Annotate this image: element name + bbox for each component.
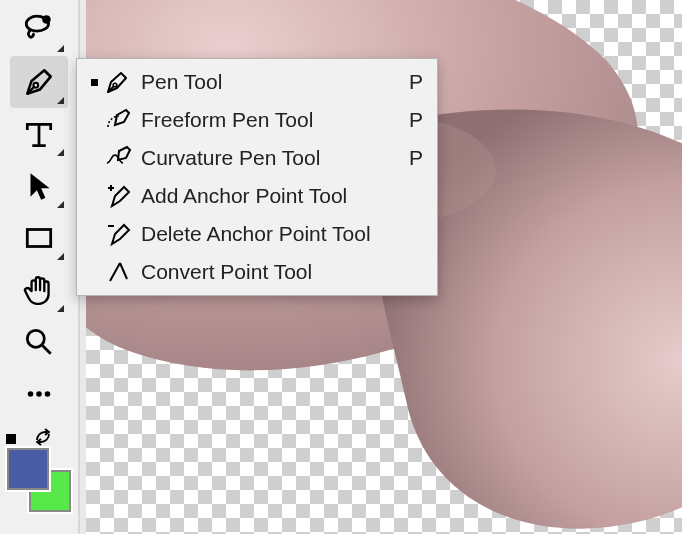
flyout-item-convert-point-tool[interactable]: Convert Point Tool [77, 253, 437, 291]
flyout-item-label: Add Anchor Point Tool [135, 184, 403, 208]
svg-point-5 [28, 391, 34, 397]
flyout-item-curvature-pen-tool[interactable]: Curvature Pen Tool P [77, 139, 437, 177]
tool-zoom[interactable] [10, 316, 68, 368]
flyout-item-pen-tool[interactable]: Pen Tool P [77, 63, 437, 101]
tool-path-selection[interactable] [10, 160, 68, 212]
svg-point-7 [45, 391, 51, 397]
freeform-pen-icon [101, 107, 135, 133]
flyout-indicator-icon [57, 201, 64, 208]
flyout-item-shortcut: P [403, 70, 423, 94]
delete-anchor-icon [101, 221, 135, 247]
flyout-item-label: Delete Anchor Point Tool [135, 222, 403, 246]
tool-pen[interactable] [10, 56, 68, 108]
flyout-indicator-icon [57, 253, 64, 260]
svg-point-1 [42, 15, 51, 24]
curvature-pen-icon [101, 145, 135, 171]
flyout-item-shortcut: P [403, 108, 423, 132]
flyout-item-label: Convert Point Tool [135, 260, 403, 284]
convert-point-icon [101, 259, 135, 285]
color-swatches [0, 428, 79, 518]
flyout-indicator-icon [57, 45, 64, 52]
pen-tool-flyout: Pen Tool P Freeform Pen Tool P Curvature… [76, 58, 438, 296]
tool-hand[interactable] [10, 264, 68, 316]
rectangle-icon [22, 221, 56, 255]
pen-icon [101, 69, 135, 95]
flyout-indicator-icon [57, 97, 64, 104]
svg-rect-3 [27, 230, 50, 247]
lasso-icon [22, 13, 56, 47]
flyout-item-label: Freeform Pen Tool [135, 108, 403, 132]
tool-more[interactable] [10, 368, 68, 420]
flyout-item-delete-anchor-point-tool[interactable]: Delete Anchor Point Tool [77, 215, 437, 253]
svg-point-6 [36, 391, 42, 397]
swap-colors-icon[interactable] [34, 428, 52, 450]
foreground-color-swatch[interactable] [7, 448, 49, 490]
more-icon [22, 377, 56, 411]
tool-rectangle[interactable] [10, 212, 68, 264]
tool-lasso[interactable] [10, 4, 68, 56]
flyout-item-label: Pen Tool [135, 70, 403, 94]
flyout-item-shortcut: P [403, 146, 423, 170]
zoom-icon [22, 325, 56, 359]
svg-point-8 [113, 83, 117, 87]
type-icon [22, 117, 56, 151]
flyout-item-label: Curvature Pen Tool [135, 146, 403, 170]
default-colors-icon[interactable] [6, 434, 16, 444]
hand-icon [22, 273, 56, 307]
flyout-indicator-icon [57, 305, 64, 312]
flyout-item-add-anchor-point-tool[interactable]: Add Anchor Point Tool [77, 177, 437, 215]
arrow-cursor-icon [22, 169, 56, 203]
tool-type[interactable] [10, 108, 68, 160]
tools-panel [0, 0, 80, 534]
flyout-item-freeform-pen-tool[interactable]: Freeform Pen Tool P [77, 101, 437, 139]
svg-point-4 [27, 330, 44, 347]
add-anchor-icon [101, 183, 135, 209]
app-root: Pen Tool P Freeform Pen Tool P Curvature… [0, 0, 682, 534]
svg-point-2 [33, 83, 38, 88]
pen-icon [22, 65, 56, 99]
flyout-indicator-icon [57, 149, 64, 156]
current-tool-marker-icon [87, 79, 101, 86]
